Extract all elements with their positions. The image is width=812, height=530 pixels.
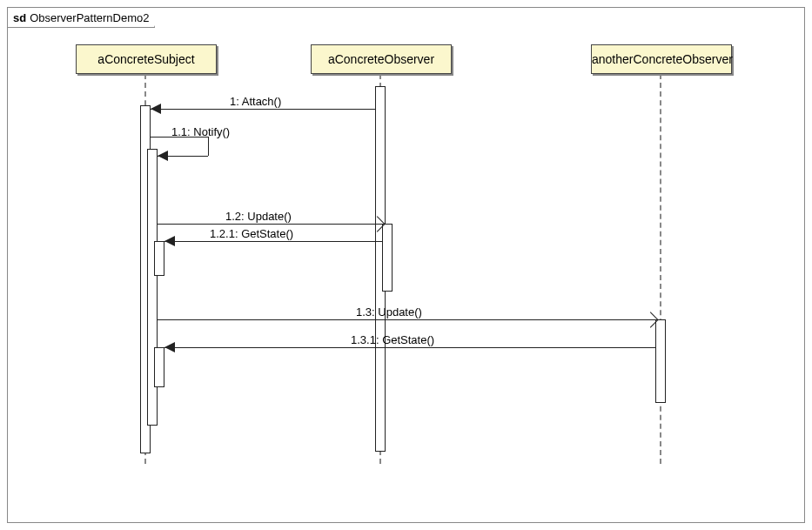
activation-subject-getstate2 <box>154 347 164 387</box>
lifeline-box-observer2: anotherConcreteObserver <box>591 44 732 74</box>
sequence-diagram-frame: sd ObserverPatternDemo2 aConcreteSubject… <box>7 7 805 523</box>
diagram-canvas: sd ObserverPatternDemo2 aConcreteSubject… <box>0 0 812 530</box>
message-line-getstate1 <box>164 241 382 242</box>
message-label-getstate1: 1.2.1: GetState() <box>210 227 293 240</box>
message-line-getstate2 <box>164 347 655 348</box>
message-label-attach: 1: Attach() <box>230 95 281 108</box>
activation-observer1-update <box>382 224 393 292</box>
message-label-update2: 1.3: Update() <box>356 305 422 319</box>
activation-observer2-update <box>655 319 666 403</box>
lifeline-label-observer2: anotherConcreteObserver <box>592 52 733 66</box>
arrowhead-notify <box>158 151 168 161</box>
activation-subject-getstate1 <box>154 241 164 276</box>
arrowhead-getstate2 <box>164 342 175 352</box>
arrowhead-attach <box>151 104 161 114</box>
self-call-top <box>151 137 208 138</box>
message-line-update2 <box>158 319 655 320</box>
message-line-update1 <box>158 224 382 225</box>
message-line-attach <box>151 109 375 110</box>
lifeline-label-observer1: aConcreteObserver <box>328 52 434 66</box>
message-label-update1: 1.2: Update() <box>225 210 292 223</box>
frame-name: ObserverPatternDemo2 <box>30 11 149 24</box>
self-call-vertical <box>208 137 209 156</box>
arrowhead-getstate1 <box>164 236 175 246</box>
frame-prefix: sd <box>13 11 26 24</box>
lifeline-observer2 <box>660 74 661 464</box>
lifeline-box-observer1: aConcreteObserver <box>311 44 452 74</box>
lifeline-box-subject: aConcreteSubject <box>76 44 217 74</box>
frame-label: sd ObserverPatternDemo2 <box>8 8 155 28</box>
message-label-getstate2: 1.3.1: GetState() <box>351 333 434 346</box>
lifeline-label-subject: aConcreteSubject <box>97 52 194 66</box>
